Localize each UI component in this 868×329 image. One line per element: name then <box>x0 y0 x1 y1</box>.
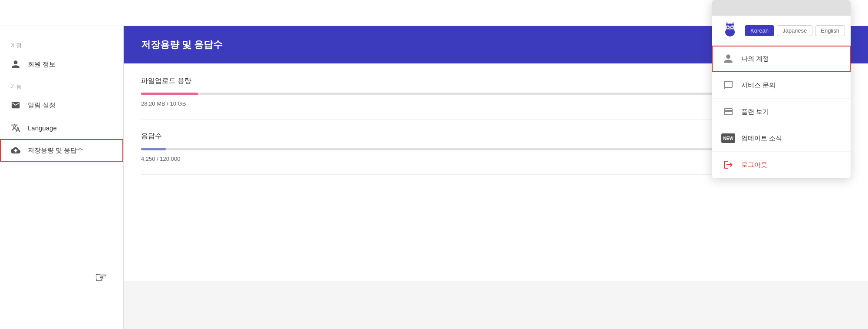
person-icon <box>10 59 21 70</box>
features-section-label: 기능 <box>0 76 123 94</box>
svg-point-23 <box>728 27 729 27</box>
lang-japanese-button[interactable]: Japanese <box>777 25 812 36</box>
dropdown-view-plan[interactable]: 플랜 보기 <box>712 99 851 125</box>
svg-marker-18 <box>732 22 734 25</box>
new-text: NEW <box>721 133 735 143</box>
language-label: Language <box>28 124 57 132</box>
translate-icon <box>10 123 21 133</box>
cloud-upload-icon <box>10 145 21 156</box>
upload-progress-fill <box>141 93 198 95</box>
dropdown-service-inquiry[interactable]: 서비스 문의 <box>712 72 851 99</box>
dropdown-header-bar <box>712 0 851 16</box>
dropdown-my-account[interactable]: 나의 계정 <box>712 46 851 72</box>
comment-icon <box>722 79 734 91</box>
svg-point-22 <box>731 27 733 29</box>
sidebar-item-storage[interactable]: 저장용량 및 응답수 <box>0 139 123 162</box>
logout-label: 로그아웃 <box>741 161 767 169</box>
my-account-label: 나의 계정 <box>741 55 769 63</box>
svg-point-24 <box>732 27 733 27</box>
storage-label: 저장용량 및 응답수 <box>28 146 83 155</box>
person-icon <box>722 53 734 65</box>
view-plan-label: 플랜 보기 <box>741 108 769 116</box>
svg-marker-17 <box>726 22 728 25</box>
account-section-label: 계정 <box>0 35 123 53</box>
upload-usage: 28.20 MB / 10 GB <box>141 100 186 107</box>
content-title: 저장용량 및 응답수 <box>141 39 223 50</box>
dropdown-update-news[interactable]: NEW 업데이트 소식 <box>712 125 851 152</box>
dropdown-logout[interactable]: 로그아웃 <box>712 152 851 178</box>
sidebar-item-member-info[interactable]: 회원 정보 <box>0 53 123 76</box>
notification-label: 알림 설정 <box>28 101 56 110</box>
service-inquiry-label: 서비스 문의 <box>741 81 776 90</box>
lang-english-button[interactable]: English <box>815 25 845 36</box>
dropdown-owl-logo <box>720 21 740 40</box>
lang-buttons: Korean Japanese English <box>745 25 845 36</box>
mail-icon <box>10 100 21 110</box>
svg-point-21 <box>727 27 729 29</box>
response-usage: 4,250 / 120,000 <box>141 156 180 162</box>
new-badge-icon: NEW <box>722 132 734 144</box>
dropdown-logo-row: Korean Japanese English <box>712 16 851 46</box>
sidebar-item-language[interactable]: Language <box>0 116 123 139</box>
logout-icon <box>722 159 734 171</box>
response-progress-fill <box>141 148 166 150</box>
member-info-label: 회원 정보 <box>28 60 56 69</box>
sidebar-item-notification[interactable]: 알림 설정 <box>0 94 123 116</box>
lang-korean-button[interactable]: Korean <box>745 25 774 36</box>
sidebar: 계정 회원 정보 기능 알림 설정 Language 저장용량 및 응답수 <box>0 26 124 329</box>
update-news-label: 업데이트 소식 <box>741 134 782 143</box>
credit-card-icon <box>722 106 734 118</box>
user-dropdown: Korean Japanese English 나의 계정 서비스 문의 플랜 … <box>712 0 851 178</box>
